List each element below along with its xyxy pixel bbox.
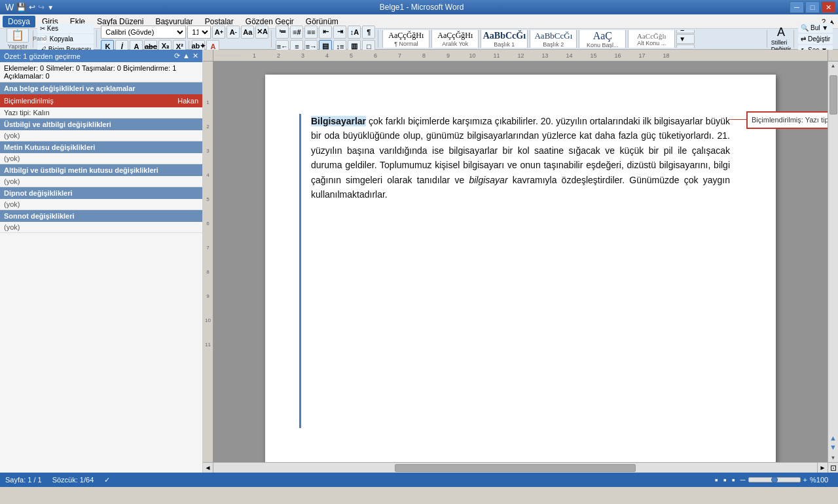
review-item-author: Hakan [177, 97, 198, 105]
review-section-footnote[interactable]: Dipnot değişiklikleri [0, 187, 202, 199]
word-count[interactable]: Sözcük: 1/64 [52, 476, 94, 484]
zoom-slider[interactable] [748, 477, 801, 482]
change-styles-button[interactable]: A StilleriDeğiştir [771, 26, 792, 52]
style-heading1[interactable]: AaBbCcĞı Başlık 1 [481, 30, 528, 48]
font-grow-button[interactable]: A+ [212, 26, 225, 39]
review-section-header-footer[interactable]: Üstbilgi ve altbilgi değişiklikleri [0, 118, 202, 130]
review-item-detail: Yazı tipi: Kalın [0, 107, 202, 118]
review-close-icon[interactable]: ✕ [192, 52, 198, 60]
show-hide-button[interactable]: ¶ [362, 26, 375, 39]
yapistir-button[interactable]: 📋 [7, 28, 29, 43]
zoom-level[interactable]: %100 [810, 476, 833, 484]
review-item-formatted[interactable]: Biçimlendirilmiş Hakan [0, 94, 202, 107]
decrease-indent-button[interactable]: ⇤ [319, 26, 332, 39]
review-stats-text: Eklemeler: 0 Silmeler: 0 Taşımalar: 0 Bi… [4, 64, 198, 72]
h-scrollbar-track [213, 463, 817, 473]
kes-button[interactable]: ✂ Kes [37, 24, 94, 33]
styles-scroll-down[interactable]: ▼ [676, 34, 695, 44]
scroll-page-up[interactable]: ▲ [829, 434, 837, 442]
review-section-hf-detail: (yok) [0, 130, 202, 141]
style-subtitle[interactable]: AaCcĞğlı Alt Konu ... [628, 30, 675, 48]
bullet-list-button[interactable]: ≔ [276, 26, 289, 39]
font-size-select[interactable]: 11 [187, 26, 211, 39]
change-styles-group: A StilleriDeğiştir [769, 30, 795, 48]
find-button[interactable]: 🔍 Bul ▼ [798, 23, 833, 33]
restore-button[interactable]: □ [805, 1, 820, 13]
page-area[interactable]: Bilgisayarlar çok farklı biçimlerde karş… [213, 62, 828, 462]
document-text[interactable]: Bilgisayarlar çok farklı biçimlerde karş… [311, 114, 730, 202]
ruler-marks: 1 2 3 4 5 6 7 8 9 10 11 12 13 14 15 16 1 [242, 52, 678, 59]
scroll-thumb[interactable] [829, 75, 837, 115]
zoom-slider-thumb[interactable] [771, 477, 778, 483]
review-stats: Eklemeler: 0 Silmeler: 0 Taşımalar: 0 Bi… [0, 62, 202, 82]
view-print-icon[interactable]: ▪ [715, 475, 718, 485]
word-icon: W [5, 2, 14, 12]
multilevel-list-button[interactable]: ≡≡ [304, 26, 318, 39]
minimize-button[interactable]: ─ [790, 1, 804, 13]
review-section-main[interactable]: Ana belge değişiklikleri ve açıklamalar [0, 82, 202, 94]
font-group: Calibri (Gövde) 11 A+ A- Aa ✕A K İ A abc… [98, 30, 272, 48]
horizontal-scrollbar[interactable]: ◄ ► ⊡ [203, 462, 838, 473]
review-section-hftb[interactable]: Altbilgi ve üstbilgi metin kutusu değişi… [0, 164, 202, 176]
scroll-page-down[interactable]: ▼ [829, 443, 837, 451]
font-family-select[interactable]: Calibri (Gövde) [101, 26, 186, 39]
title-bar: W 💾 ↩ ↪ ▼ Belge1 - Microsoft Word ─ □ ✕ [0, 0, 838, 14]
zoom-fit-button[interactable]: ⊡ [828, 463, 838, 473]
clipboard-group: 📋 Yapıştır [3, 30, 33, 48]
review-panel: Özet: 1 gözden geçirme ⟳ ▲ ✕ Eklemeler: … [0, 50, 203, 473]
spell-check-icon[interactable]: ✓ [104, 476, 110, 484]
content-row: 1 2 3 4 5 6 7 8 9 10 11 [203, 62, 838, 462]
bold-word: Bilgisayarlar [311, 116, 366, 126]
change-case-button[interactable]: Aa [241, 26, 254, 39]
review-section-endnote[interactable]: Sonnot değişiklikleri [0, 210, 202, 222]
review-sections: Ana belge değişiklikleri ve açıklamalar … [0, 82, 202, 473]
zoom-control: ─ + %100 [740, 476, 833, 484]
sort-button[interactable]: ↕A [348, 26, 361, 39]
comment-line [730, 119, 746, 120]
review-comments-text: Açıklamalar: 0 [4, 72, 198, 80]
quick-redo[interactable]: ↪ [38, 3, 45, 12]
replace-button[interactable]: ⇄ Değiştir [798, 34, 833, 44]
status-bar: Sayfa: 1 / 1 Sözcük: 1/64 ✓ ▪ ▪ ▪ ─ + %1… [0, 473, 838, 487]
horizontal-ruler: 1 2 3 4 5 6 7 8 9 10 11 12 13 14 15 16 1 [203, 50, 838, 62]
quick-save[interactable]: 💾 [16, 3, 26, 12]
page-indicator[interactable]: Sayfa: 1 / 1 [5, 476, 42, 484]
clear-format-button[interactable]: ✕A [255, 26, 268, 39]
scroll-right-button[interactable]: ► [817, 463, 828, 473]
numbered-list-button[interactable]: ≡# [290, 26, 303, 39]
scroll-up-button[interactable]: ▲ [829, 62, 837, 70]
document-area: 1 2 3 4 5 6 7 8 9 10 11 12 13 14 15 16 1 [203, 50, 838, 473]
zoom-in-button[interactable]: + [803, 476, 807, 484]
page-left-bar [299, 114, 301, 428]
scroll-left-button[interactable]: ◄ [203, 463, 213, 473]
review-panel-title: Özet: 1 gözden geçirme [4, 52, 81, 60]
view-web-icon[interactable]: ▪ [732, 475, 735, 485]
view-fullscreen-icon[interactable]: ▪ [723, 475, 727, 485]
styles-more[interactable]: ▼▼ [676, 45, 695, 48]
font-shrink-button[interactable]: A- [227, 26, 240, 39]
styles-group: AaÇçĞğHı ¶ Normal AaÇçĞğHı Aralık Yok Aa… [380, 30, 767, 48]
close-button[interactable]: ✕ [821, 1, 835, 13]
style-title[interactable]: AaÇ Konu Başl... [579, 30, 626, 48]
quick-customize[interactable]: ▼ [47, 4, 54, 11]
paragraph-group: ≔ ≡# ≡≡ ⇤ ⇥ ↕A ¶ ≡← ≡ ≡→ ▤ ↕≡ ▥ □ [273, 30, 378, 48]
h-scrollbar-thumb[interactable] [395, 464, 636, 472]
zoom-out-button[interactable]: ─ [740, 476, 746, 484]
review-panel-header: Özet: 1 gözden geçirme ⟳ ▲ ✕ [0, 50, 202, 62]
review-section-hftb-detail: (yok) [0, 176, 202, 187]
review-section-textbox[interactable]: Metin Kutusu değişiklikleri [0, 141, 202, 153]
review-refresh-icon[interactable]: ⟳ [174, 52, 180, 60]
styles-scroll-up[interactable]: ▲ [676, 30, 695, 33]
style-no-spacing[interactable]: AaÇçĞğHı Aralık Yok [431, 30, 479, 48]
style-heading2[interactable]: AaBbCcĞı Başlık 2 [530, 30, 577, 48]
menu-item-dosya[interactable]: Dosya [3, 16, 35, 27]
increase-indent-button[interactable]: ⇥ [333, 26, 346, 39]
scroll-down-button[interactable]: ▼ [829, 454, 837, 462]
document-page[interactable]: Bilgisayarlar çok farklı biçimlerde karş… [265, 75, 776, 462]
review-section-en-detail: (yok) [0, 222, 202, 233]
quick-undo[interactable]: ↩ [29, 3, 35, 12]
comment-text: Biçimlendirilmiş: Yazı tipi: Kalın [752, 116, 828, 124]
vertical-scrollbar[interactable]: ▲ ▲ ▼ ▼ [828, 62, 838, 462]
review-expand-icon[interactable]: ▲ [183, 52, 190, 60]
style-normal[interactable]: AaÇçĞğHı ¶ Normal [382, 30, 429, 48]
